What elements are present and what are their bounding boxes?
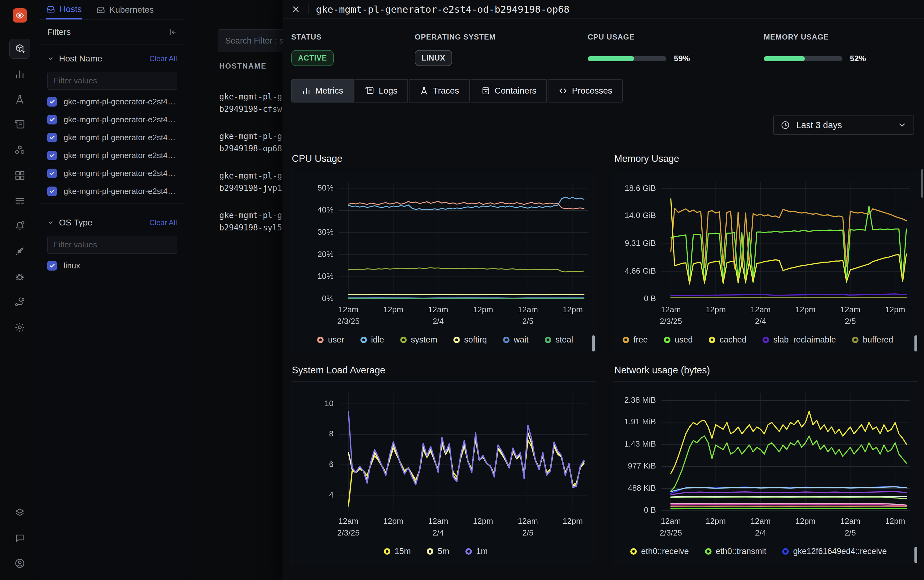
checkbox-checked[interactable]: [47, 186, 57, 196]
sidebar-item-integrations[interactable]: [9, 242, 30, 261]
legend-item[interactable]: wait: [503, 335, 529, 345]
checkbox-checked[interactable]: [47, 133, 57, 142]
sidebar-item-infrastructure[interactable]: [9, 39, 30, 59]
legend-item[interactable]: 1m: [465, 547, 488, 556]
cpu-usage-chart[interactable]: [296, 174, 592, 328]
host-name-option[interactable]: gke-mgmt-pl-generator-e2st4-od-...: [47, 182, 177, 200]
chevron-down-icon[interactable]: [47, 219, 54, 226]
tab-metrics[interactable]: Metrics: [291, 79, 354, 102]
tab-logs[interactable]: Logs: [354, 79, 408, 102]
network-usage-card: eth0::receiveeth0::transmitgke12f61649ed…: [613, 381, 919, 564]
tab-hosts[interactable]: Hosts: [46, 0, 82, 20]
legend-item[interactable]: cached: [709, 335, 746, 345]
tab-containers[interactable]: Containers: [471, 79, 547, 102]
legend-item[interactable]: used: [664, 335, 693, 345]
compass-icon: [14, 94, 25, 105]
legend-item[interactable]: 5m: [427, 547, 449, 556]
tab-processes[interactable]: Processes: [548, 79, 623, 102]
host-name-option[interactable]: gke-mgmt-pl-generator-e2st4-od-...: [47, 93, 177, 110]
legend-item[interactable]: system: [400, 335, 438, 345]
time-range-selector[interactable]: Last 3 days: [773, 115, 914, 135]
legend-scrollbar-thumb[interactable]: [592, 335, 595, 351]
legend-item[interactable]: eth0::transmit: [705, 547, 766, 556]
sidebar-item-service-map[interactable]: [9, 292, 30, 312]
collapse-panel-icon[interactable]: [168, 28, 177, 37]
tab-kubernetes[interactable]: Kubernetes: [96, 0, 154, 20]
checkbox-checked[interactable]: [47, 115, 57, 124]
checkbox-checked[interactable]: [47, 97, 57, 107]
memory-usage-label: MEMORY USAGE: [764, 33, 915, 41]
tab-logs-label: Logs: [379, 86, 397, 96]
legend-ring-icon: [852, 337, 858, 343]
scroll-icon: [365, 86, 374, 96]
sidebar-item-dashboards[interactable]: [9, 166, 30, 185]
sidebar-item-layers[interactable]: [9, 503, 30, 522]
bar-chart-icon: [302, 86, 311, 96]
legend-item[interactable]: 15m: [384, 547, 411, 556]
network-usage-chart[interactable]: [618, 386, 915, 540]
sidebar-item-traces[interactable]: [9, 89, 30, 109]
sidebar-item-services[interactable]: [9, 140, 30, 160]
os-type-option[interactable]: linux: [47, 257, 177, 275]
legend-ring-icon: [705, 548, 712, 555]
system-load-chart[interactable]: [296, 386, 592, 540]
tab-containers-label: Containers: [495, 86, 537, 96]
host-name-option-label: gke-mgmt-pl-generator-e2st4-od-...: [64, 97, 177, 107]
legend-ring-icon: [384, 548, 390, 555]
chat-bubble-icon: [14, 532, 25, 544]
legend-item[interactable]: eth0::receive: [630, 547, 689, 556]
chevron-down-icon[interactable]: [47, 55, 54, 62]
checkbox-checked[interactable]: [47, 151, 57, 160]
sidebar-item-account[interactable]: [9, 554, 30, 573]
checkbox-checked[interactable]: [47, 261, 57, 270]
tab-traces[interactable]: Traces: [409, 79, 470, 102]
clear-all-link[interactable]: Clear All: [150, 54, 177, 63]
legend-item[interactable]: softirq: [453, 335, 487, 345]
os-type-filter-input[interactable]: [47, 236, 177, 254]
user-circle-icon: [14, 558, 25, 569]
host-name-filter-input[interactable]: [47, 72, 177, 89]
host-name-option[interactable]: gke-mgmt-pl-generator-e2st4-od-...: [47, 110, 177, 129]
host-name-option[interactable]: gke-mgmt-pl-generator-e2st4-od-...: [47, 147, 177, 164]
legend-item[interactable]: gke12f61649ed4::receive: [782, 547, 887, 556]
sidebar-item-pipelines[interactable]: [9, 191, 30, 211]
close-icon[interactable]: [291, 5, 300, 14]
os-label: OPERATING SYSTEM: [415, 33, 588, 41]
sidebar-item-settings[interactable]: [9, 318, 30, 337]
bug-icon: [14, 271, 25, 282]
sidebar-item-exceptions[interactable]: [9, 267, 30, 287]
legend-label: eth0::receive: [641, 547, 689, 556]
memory-usage-chart[interactable]: [618, 174, 915, 328]
bell-icon: [14, 221, 25, 232]
legend-ring-icon: [709, 337, 715, 343]
legend-item[interactable]: user: [317, 335, 344, 345]
legend-item[interactable]: buffered: [852, 335, 893, 345]
box-icon: [481, 86, 491, 96]
legend-ring-icon: [545, 337, 551, 343]
sidebar-item-logs[interactable]: [9, 115, 30, 135]
sidebar-item-feedback[interactable]: [9, 528, 30, 548]
app-logo[interactable]: [13, 8, 27, 23]
legend-ring-icon: [664, 337, 670, 343]
legend-ring-icon: [465, 548, 472, 555]
legend-label: system: [411, 335, 438, 345]
os-type-option-label: linux: [64, 261, 80, 270]
checkbox-checked[interactable]: [47, 169, 57, 178]
hostname-column-header: HOSTNAME: [219, 62, 267, 71]
host-name-option[interactable]: gke-mgmt-pl-generator-e2st4-od-...: [47, 164, 177, 182]
legend-item[interactable]: slab_reclaimable: [763, 335, 836, 345]
sidebar-item-metrics[interactable]: [9, 64, 30, 84]
inbox-icon: [96, 5, 105, 15]
legend-scrollbar-thumb[interactable]: [914, 547, 917, 563]
host-name-option-label: gke-mgmt-pl-generator-e2st4-od-...: [64, 151, 177, 160]
drawer-scrollbar-thumb[interactable]: [921, 169, 923, 198]
clear-all-link[interactable]: Clear All: [150, 218, 177, 227]
sidebar-item-alerts[interactable]: [9, 216, 30, 236]
host-name-option[interactable]: gke-mgmt-pl-generator-e2st4-od-...: [47, 129, 177, 147]
cpu-usage-percent: 59%: [674, 54, 690, 63]
legend-item[interactable]: free: [623, 335, 648, 345]
legend-item[interactable]: steal: [545, 335, 573, 345]
legend-ring-icon: [623, 337, 629, 343]
legend-item[interactable]: idle: [361, 335, 384, 345]
legend-scrollbar-thumb[interactable]: [914, 335, 917, 351]
